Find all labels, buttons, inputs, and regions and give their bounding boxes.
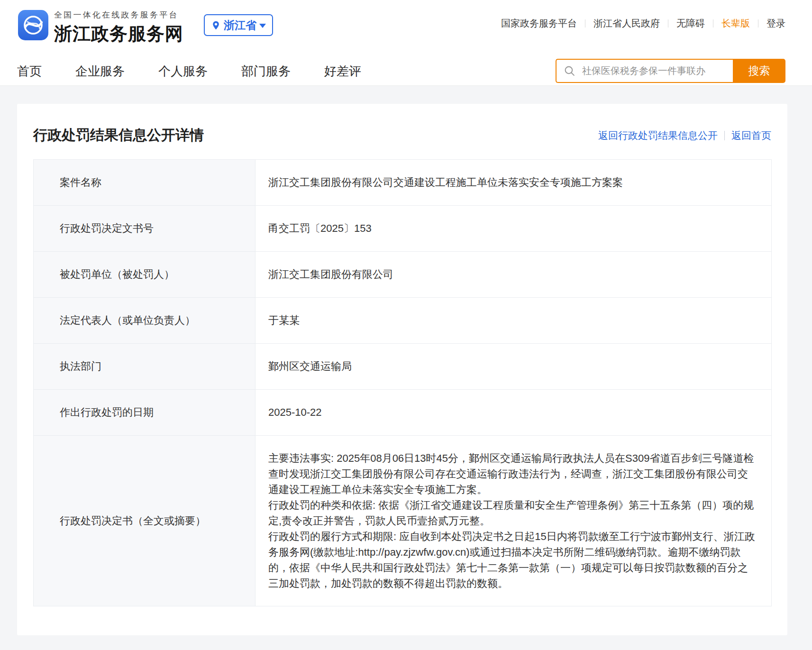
table-row-case-name: 案件名称 浙江交工集团股份有限公司交通建设工程施工单位未落实安全专项施工方案案 <box>34 160 772 206</box>
link-elder-version[interactable]: 长辈版 <box>721 17 750 30</box>
search-button[interactable]: 搜索 <box>733 59 785 83</box>
row-value: 浙江交工集团股份有限公司交通建设工程施工单位未落实安全专项施工方案案 <box>255 160 772 206</box>
card-header: 行政处罚结果信息公开详情 返回行政处罚结果信息公开 返回首页 <box>17 104 787 159</box>
table-row-penalty-decision: 行政处罚决定书（全文或摘要） 主要违法事实: 2025年08月06日13时45分… <box>34 436 772 606</box>
brand-text: 全国一体化在线政务服务平台 浙江政务服务网 <box>54 9 183 46</box>
platform-name: 全国一体化在线政务服务平台 <box>54 9 183 20</box>
region-selector-button[interactable]: 浙江省 <box>204 14 273 36</box>
location-pin-icon <box>211 20 221 30</box>
site-header: 全国一体化在线政务服务平台 浙江政务服务网 浙江省 国家政务服务平台 浙江省人民… <box>0 0 812 86</box>
row-label: 执法部门 <box>34 344 255 390</box>
header-top-row: 全国一体化在线政务服务平台 浙江政务服务网 浙江省 国家政务服务平台 浙江省人民… <box>0 0 812 57</box>
page-body: 行政处罚结果信息公开详情 返回行政处罚结果信息公开 返回首页 案件名称 浙江交工… <box>0 86 812 650</box>
row-label: 行政处罚决定书（全文或摘要） <box>34 436 255 606</box>
divider <box>713 19 713 27</box>
link-accessibility[interactable]: 无障碍 <box>676 17 705 30</box>
table-row-penalty-date: 作出行政处罚的日期 2025-10-22 <box>34 390 772 436</box>
region-label: 浙江省 <box>224 18 256 33</box>
row-value: 浙江交工集团股份有限公司 <box>255 252 772 298</box>
main-nav: 首页 企业服务 个人服务 部门服务 好差评 搜索 <box>0 57 812 86</box>
row-value: 于某某 <box>255 298 772 344</box>
link-national-platform[interactable]: 国家政务服务平台 <box>501 17 577 30</box>
divider <box>585 19 585 27</box>
row-label: 案件名称 <box>34 160 255 206</box>
nav-item-enterprise-services[interactable]: 企业服务 <box>75 63 125 80</box>
table-row-enforcement-department: 执法部门 鄞州区交通运输局 <box>34 344 772 390</box>
nav-item-department-services[interactable]: 部门服务 <box>241 63 291 80</box>
row-label: 作出行政处罚的日期 <box>34 390 255 436</box>
search-input[interactable] <box>556 59 733 83</box>
site-logo-icon <box>18 9 49 41</box>
divider <box>668 19 668 27</box>
search-bar: 搜索 <box>556 59 785 83</box>
row-label: 被处罚单位（被处罚人） <box>34 252 255 298</box>
divider <box>758 19 758 27</box>
back-to-home-link[interactable]: 返回首页 <box>731 129 771 142</box>
nav-item-home[interactable]: 首页 <box>17 63 42 80</box>
back-to-penalty-list-link[interactable]: 返回行政处罚结果信息公开 <box>598 129 718 142</box>
row-value: 2025-10-22 <box>255 390 772 436</box>
nav-item-rating[interactable]: 好差评 <box>324 63 361 80</box>
penalty-detail-table: 案件名称 浙江交工集团股份有限公司交通建设工程施工单位未落实安全专项施工方案案 … <box>33 159 772 606</box>
back-links: 返回行政处罚结果信息公开 返回首页 <box>598 129 771 142</box>
nav-item-personal-services[interactable]: 个人服务 <box>158 63 208 80</box>
row-value: 鄞州区交通运输局 <box>255 344 772 390</box>
detail-card: 行政处罚结果信息公开详情 返回行政处罚结果信息公开 返回首页 案件名称 浙江交工… <box>17 104 787 635</box>
page-title: 行政处罚结果信息公开详情 <box>33 126 204 145</box>
table-row-punished-party: 被处罚单位（被处罚人） 浙江交工集团股份有限公司 <box>34 252 772 298</box>
row-value: 甬交工罚〔2025〕153 <box>255 206 772 252</box>
chevron-down-icon <box>259 24 266 28</box>
header-utility-links: 国家政务服务平台 浙江省人民政府 无障碍 长辈版 登录 <box>501 17 785 30</box>
row-label: 行政处罚决定文书号 <box>34 206 255 252</box>
table-row-document-number: 行政处罚决定文书号 甬交工罚〔2025〕153 <box>34 206 772 252</box>
search-icon <box>564 65 575 77</box>
link-login[interactable]: 登录 <box>766 17 785 30</box>
site-name: 浙江政务服务网 <box>54 22 183 46</box>
link-zhejiang-government[interactable]: 浙江省人民政府 <box>593 17 660 30</box>
table-row-legal-representative: 法定代表人（或单位负责人） 于某某 <box>34 298 772 344</box>
row-value: 主要违法事实: 2025年08月06日13时45分，鄞州区交通运输局行政执法人员… <box>255 436 772 606</box>
divider <box>724 131 725 140</box>
row-label: 法定代表人（或单位负责人） <box>34 298 255 344</box>
